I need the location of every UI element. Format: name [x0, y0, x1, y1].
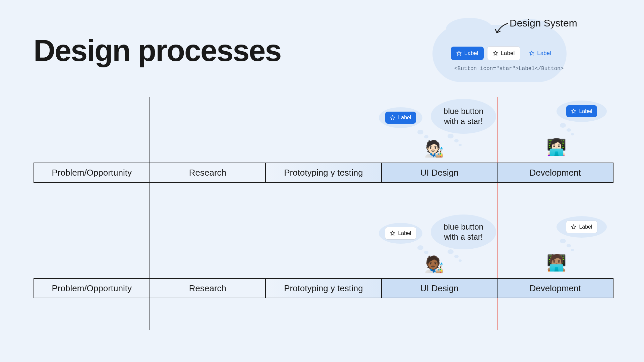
arrow-icon: [493, 20, 510, 37]
sample-button-primary: Label: [385, 112, 416, 124]
stage-cell: UI Design: [382, 163, 498, 182]
developer-emoji: 🧑🏽‍💻: [546, 253, 567, 272]
star-icon: [529, 51, 534, 56]
developer-emoji: 👩🏻‍💻: [546, 137, 567, 157]
star-icon: [390, 231, 395, 236]
svg-marker-0: [457, 51, 461, 55]
stage-cell: Prototyping y testing: [266, 163, 382, 182]
star-icon: [493, 51, 498, 56]
stage-cell: Development: [497, 163, 613, 182]
star-icon: [571, 109, 576, 114]
button-label: Label: [579, 224, 592, 230]
thought-bubble-button: Label: [379, 223, 422, 244]
stage-cell: Prototyping y testing: [266, 279, 382, 298]
svg-marker-6: [572, 225, 576, 229]
svg-marker-1: [493, 51, 497, 55]
button-label: Label: [398, 230, 411, 236]
stage-cell: UI Design: [382, 279, 498, 298]
process-row-2: Problem/Opportunity Research Prototyping…: [34, 278, 613, 298]
process-row-1: Problem/Opportunity Research Prototyping…: [34, 163, 613, 183]
svg-marker-2: [530, 51, 534, 55]
svg-marker-3: [391, 115, 395, 120]
star-icon: [390, 115, 395, 120]
sample-button-secondary: Label: [566, 221, 597, 233]
stage-cell: Problem/Opportunity: [34, 163, 150, 182]
page-title: Design processes: [34, 34, 281, 68]
thought-bubble-text: blue button with a star!: [431, 99, 496, 134]
star-icon: [456, 51, 462, 56]
button-label: Label: [501, 50, 515, 57]
design-system-label: Design System: [510, 17, 577, 29]
button-label: Label: [464, 50, 478, 57]
thought-bubble-text: blue button with a star!: [431, 215, 496, 249]
thought-bubble-button: Label: [379, 107, 422, 128]
button-label: Label: [579, 108, 592, 114]
design-system-code: <Button icon="star">Label</Button>: [454, 66, 564, 72]
thought-bubble-button: Label: [557, 216, 607, 238]
ds-button-primary[interactable]: Label: [451, 47, 484, 60]
designer-emoji: 🧑🏻‍🎨: [424, 139, 444, 158]
button-label: Label: [537, 50, 551, 57]
stage-cell: Development: [497, 279, 613, 298]
designer-emoji: 🧑🏾‍🎨: [424, 255, 444, 274]
design-system-button-row: Label Label Label: [451, 46, 557, 60]
ds-button-secondary[interactable]: Label: [487, 46, 521, 60]
sample-button-secondary: Label: [385, 227, 416, 240]
stage-cell: Problem/Opportunity: [34, 279, 150, 298]
sample-button-primary: Label: [566, 105, 597, 117]
thought-bubble-button: Label: [557, 101, 607, 122]
svg-marker-4: [572, 109, 576, 113]
button-label: Label: [398, 115, 411, 121]
star-icon: [571, 224, 576, 230]
stage-cell: Research: [150, 163, 266, 182]
ds-button-ghost[interactable]: Label: [524, 47, 557, 60]
svg-marker-5: [391, 231, 395, 235]
stage-cell: Research: [150, 279, 266, 298]
